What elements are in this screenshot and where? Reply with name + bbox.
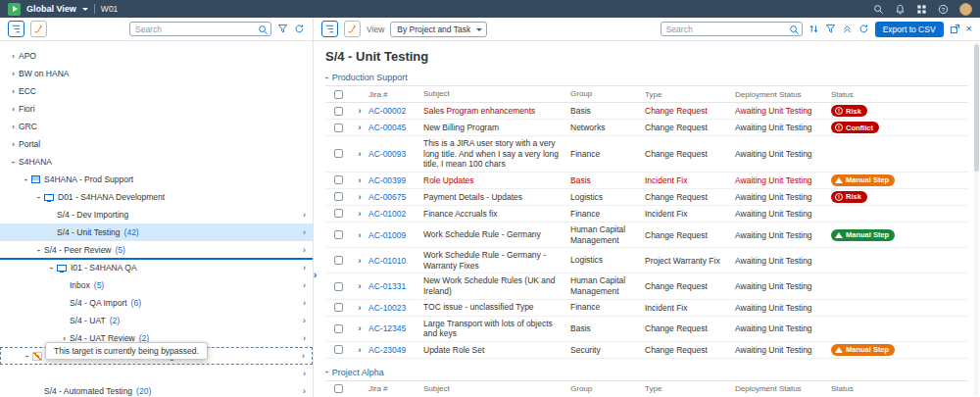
jira-link[interactable]: AC-00045 xyxy=(368,123,423,132)
company-logo[interactable] xyxy=(8,3,21,16)
table-row[interactable]: › AC-00675 Payment Details - Updates Log… xyxy=(325,189,968,206)
tree-chevron-icon[interactable]: › xyxy=(8,52,19,61)
tree-item[interactable]: › BW on HANA xyxy=(0,65,313,82)
column-header[interactable]: Deployment Status xyxy=(735,384,831,393)
tree-chevron-icon[interactable]: › xyxy=(8,123,19,131)
refresh-button[interactable] xyxy=(294,24,305,34)
table-row[interactable]: › AC-00399 Role Updates Basis Incident F… xyxy=(325,173,968,189)
row-expand-icon[interactable]: › xyxy=(351,230,368,240)
tree-item-nav-arrow[interactable]: › xyxy=(303,210,309,220)
filter-button[interactable] xyxy=(277,24,288,34)
row-checkbox[interactable] xyxy=(334,175,343,184)
table-row[interactable]: › AC-01331 New Work Schedule Rules (UK a… xyxy=(325,273,968,299)
table-row[interactable]: › AC-10023 TOC issue - unclassified Type… xyxy=(325,300,968,317)
table-row[interactable]: › AC-12345 Large Transport with lots of … xyxy=(325,317,968,342)
table-row[interactable]: › AC-01010 Work Schedule Rule - Germany … xyxy=(325,248,968,273)
tree-item[interactable]: › S4HANA - Prod Support xyxy=(0,171,313,188)
tree-chevron-icon[interactable]: › xyxy=(8,140,19,149)
tree-item[interactable]: Inbox (5) › xyxy=(0,276,313,294)
tree-search-input[interactable] xyxy=(129,22,271,36)
table-row[interactable]: › AC-23049 Update Role Set Security Chan… xyxy=(325,342,968,359)
section-header[interactable]: ›Production Support xyxy=(325,73,968,82)
sort-button[interactable] xyxy=(808,24,819,34)
column-header[interactable]: Status xyxy=(831,384,968,393)
row-expand-icon[interactable]: › xyxy=(351,209,368,219)
bypass-toggle-button[interactable] xyxy=(30,21,47,37)
table-row[interactable]: › AC-01002 Finance Accruals fix Finance … xyxy=(325,206,968,223)
tree-item[interactable]: › GRC xyxy=(0,118,313,135)
row-expand-icon[interactable]: › xyxy=(351,192,368,202)
row-expand-icon[interactable]: › xyxy=(351,281,368,291)
search-icon[interactable] xyxy=(258,25,269,35)
chevron-down-icon[interactable] xyxy=(82,8,88,11)
chevron-down-icon[interactable]: › xyxy=(322,372,331,374)
tree-item-nav-arrow[interactable]: › xyxy=(303,245,309,255)
table-search-input[interactable] xyxy=(661,22,803,36)
row-expand-icon[interactable]: › xyxy=(351,149,368,159)
row-checkbox[interactable] xyxy=(334,230,343,239)
tree-chevron-icon[interactable]: › xyxy=(34,192,43,203)
splitter-handle[interactable]: › xyxy=(308,267,322,281)
open-fullscreen-button[interactable] xyxy=(950,24,960,34)
row-checkbox[interactable] xyxy=(334,282,343,291)
tree-chevron-icon[interactable]: › xyxy=(8,70,19,78)
tree-item-nav-arrow[interactable]: › xyxy=(303,280,309,290)
row-checkbox[interactable] xyxy=(334,256,343,265)
tree-item-nav-arrow[interactable]: › xyxy=(303,227,309,237)
tree-chevron-icon[interactable]: › xyxy=(22,174,30,185)
tree-item[interactable]: S/4 - UAT (2) › xyxy=(0,312,313,329)
tree-item[interactable]: › ECC xyxy=(0,82,313,100)
tree-item-nav-arrow[interactable]: › xyxy=(303,369,309,378)
row-checkbox[interactable] xyxy=(334,345,343,354)
row-checkbox[interactable] xyxy=(334,324,343,333)
row-expand-icon[interactable]: › xyxy=(351,106,368,116)
notifications-bell-icon[interactable] xyxy=(895,4,906,15)
close-button[interactable]: × xyxy=(966,24,972,34)
refresh-button[interactable] xyxy=(858,24,869,34)
select-all-checkbox[interactable] xyxy=(334,384,343,393)
jira-link[interactable]: AC-00093 xyxy=(368,149,423,159)
jira-link[interactable]: AC-12345 xyxy=(368,323,423,333)
tree-chevron-icon[interactable]: › xyxy=(8,105,19,114)
column-header[interactable]: Jira # xyxy=(368,384,423,393)
tree-chevron-icon[interactable]: › xyxy=(8,87,19,96)
chevron-down-icon[interactable]: › xyxy=(322,76,331,79)
tree-item-nav-arrow[interactable]: › xyxy=(302,351,308,361)
jira-link[interactable]: AC-23049 xyxy=(368,345,423,355)
tree-item-nav-arrow[interactable]: › xyxy=(303,333,309,343)
column-header[interactable]: Deployment Status xyxy=(735,90,831,99)
column-header[interactable]: Subject xyxy=(423,384,570,394)
user-avatar[interactable] xyxy=(959,3,972,16)
tree-chevron-icon[interactable]: › xyxy=(34,245,43,256)
collapse-all-button[interactable] xyxy=(842,24,853,34)
column-header[interactable]: Type xyxy=(645,384,735,393)
tree-item[interactable]: › S4HANA xyxy=(0,153,313,171)
row-expand-icon[interactable]: › xyxy=(351,345,368,355)
column-header[interactable]: Group xyxy=(570,89,645,99)
column-header[interactable]: Type xyxy=(645,90,735,99)
table-row[interactable]: › AC-00045 New Billing Program Networks … xyxy=(325,120,968,136)
row-checkbox[interactable] xyxy=(334,303,343,312)
search-icon[interactable] xyxy=(789,25,800,35)
jira-link[interactable]: AC-01002 xyxy=(368,209,423,219)
tree-item[interactable]: › Fiori xyxy=(0,100,313,118)
table-row[interactable]: › AC-01009 Work Schedule Rule - Germany … xyxy=(325,223,968,248)
row-checkbox[interactable] xyxy=(334,209,343,218)
tree-item[interactable]: S/4 - Dev Importing › xyxy=(0,206,313,223)
row-expand-icon[interactable]: › xyxy=(351,175,368,185)
jira-link[interactable]: AC-01331 xyxy=(368,281,423,291)
tree-item[interactable]: › Portal xyxy=(0,135,313,153)
help-icon[interactable]: ? xyxy=(938,4,949,15)
filter-button[interactable] xyxy=(825,24,836,34)
view-select[interactable]: By Project and Task xyxy=(390,22,487,37)
jira-link[interactable]: AC-10023 xyxy=(368,303,423,313)
table-row[interactable]: › AC-00093 This is a JIRA user story wit… xyxy=(325,136,968,173)
bypass-toggle-button[interactable] xyxy=(344,21,361,37)
tree-view-button[interactable] xyxy=(8,21,24,37)
row-checkbox[interactable] xyxy=(334,192,343,201)
row-expand-icon[interactable]: › xyxy=(351,303,368,313)
tree-item[interactable]: › D01 - S4HANA Development xyxy=(0,188,313,206)
tree-item[interactable]: S/4 - QA Import (6) › xyxy=(0,294,313,312)
tree-item[interactable]: S/4 - Automated Testing (20) › xyxy=(0,382,313,397)
column-header[interactable]: Jira # xyxy=(368,90,423,99)
